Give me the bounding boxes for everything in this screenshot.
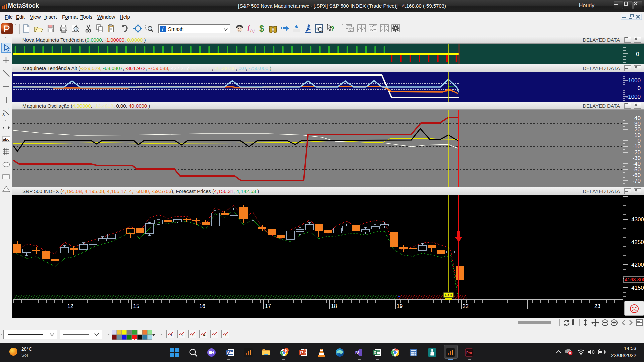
svg-text:-70: -70 [632,178,641,184]
svg-text:2: 2 [181,333,183,337]
svg-text:0: 0 [636,51,639,57]
svg-text:f: f [247,24,250,32]
svg-text:4150: 4150 [631,285,644,291]
svg-text:1: 1 [170,333,172,337]
svg-text:P: P [300,350,303,355]
svg-text:6: 6 [225,333,227,337]
svg-text:4: 4 [203,333,205,337]
svg-text:abc: abc [3,137,9,141]
svg-text:0: 0 [638,85,641,92]
svg-text:4250: 4250 [631,239,644,245]
svg-text:17: 17 [265,303,271,309]
svg-text:(x): (x) [250,28,255,33]
svg-text:22: 22 [463,303,469,309]
svg-text:12: 12 [67,303,73,309]
svg-text:$: $ [259,24,264,33]
svg-text:23: 23 [594,303,600,309]
svg-text:15: 15 [133,303,139,309]
svg-text:S: S [2,113,5,117]
svg-text:16: 16 [199,303,205,309]
svg-text:4200: 4200 [631,262,644,268]
svg-text:V: V [356,351,359,355]
svg-text:W: W [227,350,231,355]
svg-text:-1000: -1000 [626,94,641,100]
svg-text:3: 3 [192,333,194,337]
svg-text:4300: 4300 [631,216,644,223]
svg-text:4168.800: 4168.800 [625,277,644,282]
svg-text:18: 18 [331,303,337,309]
svg-text:19: 19 [397,303,403,309]
svg-text:EXIT: EXIT [445,293,453,297]
svg-text:?: ? [330,25,334,33]
svg-text:1000: 1000 [628,77,641,84]
svg-text:Pro: Pro [466,351,472,355]
svg-text:N: N [285,349,287,352]
svg-text:X: X [374,350,377,355]
svg-text:5: 5 [214,333,216,337]
svg-text:L: L [8,108,9,111]
